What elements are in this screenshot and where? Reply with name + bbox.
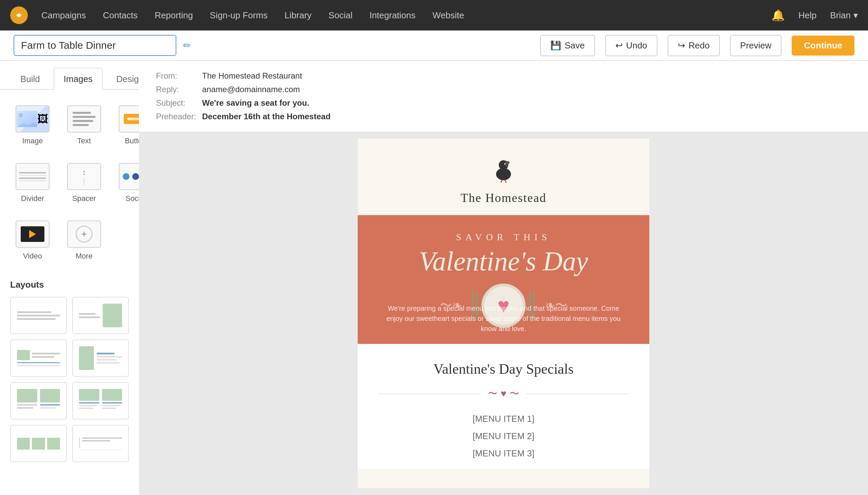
layout-thumb-4[interactable] bbox=[72, 340, 129, 377]
subject-value: We're saving a seat for you. bbox=[202, 98, 309, 108]
layout-thumb-1[interactable] bbox=[10, 297, 67, 334]
nav-integrations[interactable]: Integrations bbox=[370, 8, 416, 23]
reply-label: Reply: bbox=[156, 85, 197, 94]
blocks-grid: Image Text Button bbox=[0, 90, 139, 276]
menu-items: [MENU ITEM 1] [MENU ITEM 2] [MENU ITEM 3… bbox=[378, 414, 629, 459]
video-block-label: Video bbox=[23, 252, 42, 260]
edit-name-icon[interactable]: ✏ bbox=[183, 40, 191, 51]
reply-value: aname@domainname.com bbox=[202, 85, 300, 94]
right-content: From: The Homestead Restaurant Reply: an… bbox=[139, 61, 868, 495]
nav-logo[interactable] bbox=[10, 6, 28, 24]
layouts-section: Layouts bbox=[0, 276, 139, 472]
layouts-grid bbox=[10, 297, 129, 462]
block-video[interactable]: Video bbox=[10, 215, 55, 266]
block-divider[interactable]: Divider bbox=[10, 157, 55, 208]
email-canvas: The Homestead SAVOR THIS Valentine's Day… bbox=[139, 132, 868, 495]
meta-from-row: From: The Homestead Restaurant bbox=[156, 69, 851, 83]
menu-item-1: [MENU ITEM 1] bbox=[473, 414, 534, 424]
layout-thumb-5[interactable] bbox=[10, 382, 67, 420]
redo-icon: ↪ bbox=[678, 40, 685, 51]
user-menu[interactable]: Brian ▾ bbox=[830, 10, 858, 21]
text-block-label: Text bbox=[77, 137, 91, 146]
redo-label: Redo bbox=[689, 40, 710, 51]
left-panel: Build Images Design Image bbox=[0, 61, 139, 495]
preview-button[interactable]: Preview bbox=[730, 35, 782, 56]
save-icon: 💾 bbox=[550, 40, 561, 51]
image-block-icon bbox=[16, 105, 50, 133]
homestead-name: The Homestead bbox=[461, 191, 547, 205]
save-button[interactable]: 💾 Save bbox=[540, 35, 595, 56]
savor-text: SAVOR THIS bbox=[456, 232, 551, 243]
notifications-icon[interactable]: 🔔 bbox=[771, 9, 785, 22]
layout-thumb-7[interactable] bbox=[10, 425, 67, 462]
continue-button[interactable]: Continue bbox=[792, 36, 854, 55]
preheader-value: December 16th at the Homestead bbox=[202, 112, 331, 121]
valentines-title: Valentine's Day bbox=[419, 246, 588, 277]
subject-label: Subject: bbox=[156, 98, 197, 108]
top-navigation: Campaigns Contacts Reporting Sign-up For… bbox=[0, 0, 868, 31]
divider-block-label: Divider bbox=[21, 194, 44, 203]
block-spacer[interactable]: ↕ Spacer bbox=[62, 157, 106, 208]
more-block-label: More bbox=[76, 252, 93, 260]
layouts-title: Layouts bbox=[10, 279, 129, 290]
more-block-icon: + bbox=[67, 221, 101, 248]
block-more[interactable]: + More bbox=[62, 215, 106, 266]
nav-library[interactable]: Library bbox=[284, 8, 311, 23]
spacer-block-icon: ↕ bbox=[67, 163, 101, 190]
svg-line-9 bbox=[505, 180, 506, 183]
save-label: Save bbox=[565, 40, 585, 51]
block-social[interactable]: Social bbox=[113, 157, 139, 208]
nav-contacts[interactable]: Contacts bbox=[103, 8, 138, 23]
homestead-logo: The Homestead bbox=[461, 155, 547, 205]
layout-thumb-8[interactable] bbox=[72, 425, 129, 462]
nav-campaigns[interactable]: Campaigns bbox=[41, 8, 86, 23]
nav-social[interactable]: Social bbox=[329, 8, 353, 23]
preview-label: Preview bbox=[740, 40, 771, 51]
layout-thumb-3[interactable] bbox=[10, 340, 67, 377]
menu-item-3: [MENU ITEM 3] bbox=[473, 448, 534, 459]
social-block-icon bbox=[119, 163, 139, 190]
tab-design[interactable]: Design bbox=[106, 68, 139, 90]
from-value: The Homestead Restaurant bbox=[202, 71, 302, 81]
valentines-banner: SAVOR THIS Valentine's Day 〜❧ ♥ bbox=[358, 215, 649, 344]
nav-right: 🔔 Help Brian ▾ bbox=[771, 9, 858, 22]
tab-build[interactable]: Build bbox=[10, 68, 50, 90]
button-block-label: Button bbox=[125, 137, 139, 146]
layout-thumb-2[interactable] bbox=[72, 297, 129, 334]
block-image[interactable]: Image bbox=[10, 100, 55, 151]
heart-decoration: 〜 ♥ 〜 bbox=[488, 387, 519, 400]
tab-images[interactable]: Images bbox=[54, 68, 103, 90]
campaign-name-input[interactable] bbox=[14, 35, 176, 56]
specials-title: Valentine's Day Specials bbox=[378, 361, 629, 377]
undo-button[interactable]: ↩ Undo bbox=[605, 35, 657, 56]
redo-button[interactable]: ↪ Redo bbox=[668, 35, 720, 56]
email-meta: From: The Homestead Restaurant Reply: an… bbox=[139, 61, 868, 132]
block-text[interactable]: Text bbox=[62, 100, 106, 151]
menu-item-2: [MENU ITEM 2] bbox=[473, 431, 534, 442]
video-block-icon bbox=[16, 221, 50, 248]
meta-reply-row: Reply: aname@domainname.com bbox=[156, 83, 851, 96]
panel-tabs: Build Images Design bbox=[0, 61, 139, 90]
banner-description: We're preparing a special menu just for … bbox=[358, 303, 649, 334]
swirl-icon-left: 〜 bbox=[488, 387, 497, 400]
undo-label: Undo bbox=[626, 40, 647, 51]
svg-point-1 bbox=[17, 14, 21, 17]
layout-thumb-6[interactable] bbox=[72, 382, 129, 420]
help-link[interactable]: Help bbox=[799, 10, 816, 21]
block-button[interactable]: Button bbox=[113, 100, 139, 151]
divider-right bbox=[526, 394, 629, 394]
nav-website[interactable]: Website bbox=[433, 8, 464, 23]
social-block-label: Social bbox=[126, 194, 139, 203]
text-block-icon bbox=[67, 105, 101, 133]
nav-items: Campaigns Contacts Reporting Sign-up For… bbox=[41, 8, 758, 23]
chevron-down-icon: ▾ bbox=[853, 10, 858, 21]
svg-point-6 bbox=[504, 163, 505, 165]
email-header: The Homestead bbox=[358, 139, 649, 215]
email-body: The Homestead SAVOR THIS Valentine's Day… bbox=[358, 139, 649, 488]
from-label: From: bbox=[156, 71, 197, 81]
preheader-label: Preheader: bbox=[156, 112, 197, 121]
nav-reporting[interactable]: Reporting bbox=[155, 8, 193, 23]
spacer-block-label: Spacer bbox=[72, 194, 96, 203]
nav-signupforms[interactable]: Sign-up Forms bbox=[210, 8, 268, 23]
meta-preheader-row: Preheader: December 16th at the Homestea… bbox=[156, 110, 851, 123]
